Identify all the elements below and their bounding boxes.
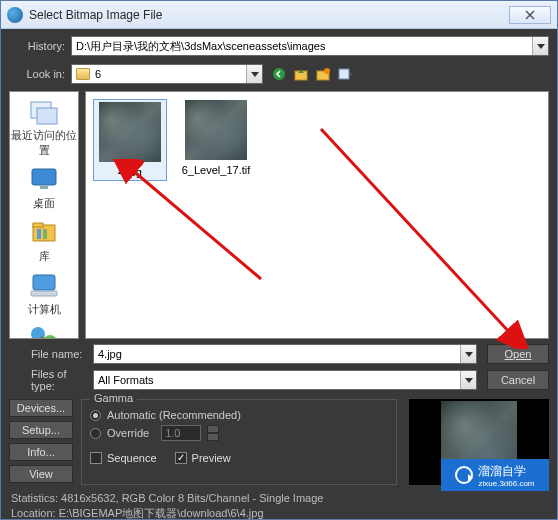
gamma-auto-option[interactable]: Automatic (Recommended) xyxy=(90,406,388,424)
svg-rect-14 xyxy=(31,291,57,296)
preview-option[interactable]: Preview xyxy=(175,452,231,464)
history-value: D:\用户目录\我的文档\3dsMax\sceneassets\images xyxy=(76,39,325,54)
chevron-down-icon xyxy=(460,371,476,389)
svg-rect-8 xyxy=(40,186,48,189)
stats-line1: Statistics: 4816x5632, RGB Color 8 Bits/… xyxy=(11,491,547,506)
logo-icon xyxy=(455,466,473,484)
gamma-legend: Gamma xyxy=(90,392,137,404)
logo-subtext: zixue.3d66.com xyxy=(478,480,534,488)
up-icon[interactable] xyxy=(293,66,309,82)
filetype-row: Files of type: All Formats Cancel xyxy=(9,369,549,391)
recent-icon xyxy=(27,96,61,126)
sequence-label: Sequence xyxy=(107,452,157,464)
setup-button[interactable]: Setup... xyxy=(9,421,73,439)
file-name: 4.jpg xyxy=(96,166,164,178)
lookin-value: 6 xyxy=(95,68,101,80)
filename-input[interactable]: 4.jpg xyxy=(93,344,477,364)
svg-point-16 xyxy=(43,335,57,339)
desktop-icon xyxy=(27,164,61,194)
file-list[interactable]: 4.jpg 6_Level_17.tif xyxy=(85,91,549,339)
back-icon[interactable] xyxy=(271,66,287,82)
place-computer[interactable]: 计算机 xyxy=(10,266,78,319)
left-buttons: Devices... Setup... Info... View xyxy=(9,399,73,485)
svg-rect-13 xyxy=(33,275,55,290)
filetype-label: Files of type: xyxy=(9,368,93,392)
lookin-label: Look in: xyxy=(9,68,71,80)
statistics: Statistics: 4816x5632, RGB Color 8 Bits/… xyxy=(11,491,547,520)
file-name: 6_Level_17.tif xyxy=(180,164,252,176)
view-menu-icon[interactable] xyxy=(337,66,353,82)
place-recent[interactable]: 最近访问的位置 xyxy=(10,92,78,160)
folder-icon xyxy=(76,68,90,80)
place-network[interactable]: 网络 xyxy=(10,319,78,339)
network-icon xyxy=(27,323,61,339)
checkbox-icon xyxy=(175,452,187,464)
file-item-selected[interactable]: 4.jpg xyxy=(94,100,166,180)
sequence-option[interactable]: Sequence xyxy=(90,452,157,464)
chevron-down-icon xyxy=(460,345,476,363)
file-item[interactable]: 6_Level_17.tif xyxy=(180,100,252,176)
svg-rect-7 xyxy=(32,169,56,185)
place-computer-label: 计算机 xyxy=(10,302,78,317)
filename-label: File name: xyxy=(9,348,93,360)
history-combo[interactable]: D:\用户目录\我的文档\3dsMax\sceneassets\images xyxy=(71,36,549,56)
filetype-value: All Formats xyxy=(98,374,154,386)
svg-rect-4 xyxy=(339,69,349,79)
radio-icon xyxy=(90,410,101,421)
titlebar: Select Bitmap Image File xyxy=(1,1,557,29)
history-label: History: xyxy=(9,40,71,52)
app-icon xyxy=(7,7,23,23)
view-button[interactable]: View xyxy=(9,465,73,483)
svg-rect-6 xyxy=(37,108,57,124)
history-row: History: D:\用户目录\我的文档\3dsMax\sceneassets… xyxy=(9,35,549,57)
svg-rect-11 xyxy=(37,229,41,239)
spinner-buttons[interactable] xyxy=(207,425,219,441)
computer-icon xyxy=(27,270,61,300)
preview-label: Preview xyxy=(192,452,231,464)
radio-icon xyxy=(90,428,101,439)
svg-point-0 xyxy=(273,68,285,80)
gamma-check-row: Sequence Preview xyxy=(90,452,388,464)
gamma-override-option[interactable]: Override 1.0 xyxy=(90,424,388,442)
svg-point-3 xyxy=(324,68,330,74)
svg-rect-10 xyxy=(33,223,43,227)
place-desktop[interactable]: 桌面 xyxy=(10,160,78,213)
close-button[interactable] xyxy=(509,6,551,24)
checkbox-icon xyxy=(90,452,102,464)
gamma-override-value[interactable]: 1.0 xyxy=(161,425,201,441)
info-button[interactable]: Info... xyxy=(9,443,73,461)
lookin-toolbar xyxy=(271,66,353,82)
gamma-auto-label: Automatic (Recommended) xyxy=(107,409,241,421)
thumbnail-image xyxy=(185,100,247,160)
stats-line2: Location: E:\BIGEMAP地图下载器\download\6\4.j… xyxy=(11,506,547,520)
filename-value: 4.jpg xyxy=(98,348,122,360)
cancel-button[interactable]: Cancel xyxy=(487,370,549,390)
main-panel: History: D:\用户目录\我的文档\3dsMax\sceneassets… xyxy=(1,29,557,519)
filetype-combo[interactable]: All Formats xyxy=(93,370,477,390)
place-desktop-label: 桌面 xyxy=(10,196,78,211)
dialog-window: Select Bitmap Image File History: D:\用户目… xyxy=(0,0,558,520)
lookin-row: Look in: 6 xyxy=(9,63,549,85)
chevron-down-icon xyxy=(532,37,548,55)
place-library-label: 库 xyxy=(10,249,78,264)
place-recent-label: 最近访问的位置 xyxy=(10,128,78,158)
window-title: Select Bitmap Image File xyxy=(29,8,505,22)
body: 最近访问的位置 桌面 库 计算机 网络 xyxy=(9,91,549,339)
watermark-logo: 溜溜自学 zixue.3d66.com xyxy=(441,459,549,491)
lookin-combo[interactable]: 6 xyxy=(71,64,263,84)
thumbnail-image xyxy=(99,102,161,162)
gamma-override-label: Override xyxy=(107,427,149,439)
svg-rect-12 xyxy=(43,229,47,239)
chevron-down-icon xyxy=(246,65,262,83)
library-icon xyxy=(27,217,61,247)
gamma-group: Gamma Automatic (Recommended) Override 1… xyxy=(81,399,397,485)
devices-button[interactable]: Devices... xyxy=(9,399,73,417)
new-folder-icon[interactable] xyxy=(315,66,331,82)
places-bar: 最近访问的位置 桌面 库 计算机 网络 xyxy=(9,91,79,339)
place-library[interactable]: 库 xyxy=(10,213,78,266)
close-icon xyxy=(525,10,535,20)
logo-text: 溜溜自学 xyxy=(478,463,534,480)
filename-row: File name: 4.jpg Open xyxy=(9,343,549,365)
open-button[interactable]: Open xyxy=(487,344,549,364)
